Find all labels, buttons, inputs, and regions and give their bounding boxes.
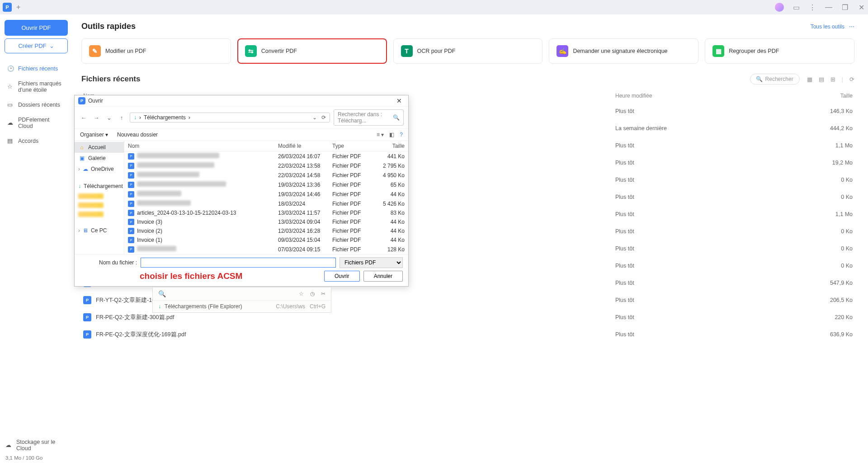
dialog-close-icon[interactable]: ✕: [394, 97, 405, 104]
help-icon[interactable]: ?: [400, 132, 403, 138]
dialog-file-row[interactable]: P Invoice (1) 09/03/2024 15:04 Fichier P…: [124, 235, 408, 245]
nav-back-icon[interactable]: ←: [79, 113, 88, 122]
nav-chevdown-icon[interactable]: ⌄: [104, 113, 113, 122]
edit-icon: ✎: [89, 45, 101, 57]
ds-folder3[interactable]: [75, 210, 124, 219]
pc-icon: 🖥: [82, 227, 89, 234]
dialog-file-row[interactable]: P Invoice (2) 12/03/2024 16:28 Fichier P…: [124, 226, 408, 235]
tool-sign[interactable]: ✍Demander une signature électronique: [549, 38, 698, 64]
sidebar-item-folders[interactable]: ▭Dossiers récents: [5, 98, 68, 112]
dialog-file-row[interactable]: P 18/03/2024 Fichier PDF 5 426 Ko: [124, 199, 408, 208]
dialog-file-row[interactable]: P 22/03/2024 13:58 Fichier PDF 2 795 Ko: [124, 161, 408, 170]
open-pdf-button[interactable]: Ouvrir PDF: [5, 20, 68, 36]
user-avatar[interactable]: [775, 3, 784, 12]
menu-dots-icon[interactable]: ⋮: [808, 3, 816, 11]
ds-onedrive[interactable]: ›☁OneDrive: [75, 164, 124, 174]
quick-tools-title: Outils rapides: [81, 22, 136, 31]
clock-icon: 🕑: [7, 65, 14, 72]
cloud-storage-label[interactable]: ☁Stockage sur le Cloud: [5, 435, 68, 455]
pdf-icon: P: [83, 330, 91, 339]
dialog-title: Ouvrir: [88, 98, 103, 104]
view-grid-icon[interactable]: ▦: [807, 76, 812, 83]
pdf-icon: P: [128, 172, 134, 179]
ds-folder1[interactable]: [75, 192, 124, 201]
notify-icon[interactable]: ▭: [792, 3, 800, 11]
tool-merge[interactable]: ▦Regrouper des PDF: [705, 38, 854, 64]
filename-input[interactable]: [141, 258, 336, 268]
pdf-icon: P: [128, 246, 134, 253]
dialog-open-button[interactable]: Ouvrir: [324, 271, 360, 282]
pdf-icon: P: [128, 163, 134, 169]
tool-ocr[interactable]: TOCR pour PDF: [393, 38, 543, 64]
create-pdf-button[interactable]: Créer PDF⌄: [5, 38, 68, 53]
tools-icon[interactable]: ✂: [321, 291, 326, 297]
annotation-text: choisir les fichiers ACSM: [80, 271, 242, 281]
sidebar-item-cloud[interactable]: ☁PDFelement Cloud: [5, 113, 68, 133]
ds-folder2[interactable]: [75, 201, 124, 210]
dialog-file-row[interactable]: P 07/03/2024 09:15 Fichier PDF 128 Ko: [124, 245, 408, 254]
dialog-app-icon: P: [78, 97, 85, 104]
gallery-icon: ▣: [78, 155, 85, 162]
chevdown-icon[interactable]: ⌄: [312, 114, 317, 121]
more-dots-icon[interactable]: ⋯: [849, 24, 854, 30]
dialog-file-row[interactable]: P 19/03/2024 14:46 Fichier PDF 44 Ko: [124, 189, 408, 199]
close-window-icon[interactable]: ✕: [857, 3, 865, 11]
dialog-file-row[interactable]: P 19/03/2024 13:36 Fichier PDF 65 Ko: [124, 180, 408, 189]
minimize-icon[interactable]: —: [825, 3, 833, 11]
sort-icon[interactable]: ⊞: [830, 76, 835, 83]
dialog-file-row[interactable]: P Invoice (3) 13/03/2024 09:04 Fichier P…: [124, 217, 408, 226]
file-row[interactable]: P FR-PE-Q2-文章深度优化-169篇.pdf Plus tôt 636,…: [81, 326, 854, 343]
search-icon: 🔍: [756, 76, 763, 82]
storage-quota: 3,1 Mo / 100 Go: [5, 455, 68, 461]
filetype-select[interactable]: Fichiers PDF: [340, 257, 403, 268]
search-input[interactable]: 🔍Rechercher: [750, 74, 800, 85]
star-icon[interactable]: ☆: [299, 291, 304, 297]
new-tab-plus[interactable]: +: [16, 3, 20, 11]
merge-icon: ▦: [712, 45, 724, 57]
chevron-down-icon: ⌄: [49, 42, 54, 49]
nav-fwd-icon[interactable]: →: [92, 113, 101, 122]
all-tools-link[interactable]: Tous les outils: [811, 24, 844, 30]
pdf-icon: P: [128, 201, 134, 207]
ds-thispc[interactable]: ›🖥Ce PC: [75, 225, 124, 236]
dialog-file-row[interactable]: P 22/03/2024 14:58 Fichier PDF 4 950 Ko: [124, 170, 408, 180]
dialog-search[interactable]: Rechercher dans : Télécharg...🔍: [334, 109, 404, 126]
clock-icon[interactable]: ◷: [310, 291, 315, 297]
dialog-files-header: Nom Modifié le Type Taille: [124, 141, 408, 151]
sidebar-item-recent[interactable]: 🕑Fichiers récents: [5, 61, 68, 76]
filename-label: Nom du fichier :: [80, 259, 137, 266]
maximize-icon[interactable]: ❐: [841, 3, 849, 11]
download-icon: ↓: [158, 303, 161, 310]
nav-up-icon[interactable]: ↑: [117, 113, 126, 122]
address-bar[interactable]: ↓ › Téléchargements › ⌄⟳: [130, 113, 330, 122]
pdf-icon: P: [83, 296, 91, 304]
organize-menu[interactable]: Organiser ▾: [80, 132, 108, 138]
pdf-icon: P: [128, 219, 134, 225]
view-list-icon[interactable]: ▤: [819, 76, 824, 83]
new-folder-button[interactable]: Nouveau dossier: [117, 132, 158, 138]
helper-strip: 🔍 ☆ ◷ ✂ ↓Téléchargements (File Explorer)…: [152, 287, 331, 313]
cloud-icon: ☁: [5, 442, 13, 449]
tool-edit[interactable]: ✎Modifier un PDF: [81, 38, 231, 64]
refresh-address-icon[interactable]: ⟳: [321, 114, 326, 121]
ds-home[interactable]: ⌂Accueil: [75, 142, 124, 153]
app-icon: P: [3, 3, 12, 12]
download-icon: ↓: [134, 114, 137, 121]
refresh-icon[interactable]: ⟳: [849, 76, 854, 83]
sidebar-item-starred[interactable]: ☆Fichiers marqués d'une étoile: [5, 77, 68, 97]
sidebar: Ouvrir PDF Créer PDF⌄ 🕑Fichiers récents …: [0, 14, 72, 466]
pdf-icon: P: [128, 237, 134, 243]
titlebar: P + ▭ ⋮ — ❐ ✕: [0, 0, 868, 14]
view-menu-icon[interactable]: ≡ ▾: [377, 132, 384, 138]
dialog-file-row[interactable]: P articles_2024-03-13-10-15-212024-03-13…: [124, 208, 408, 217]
sidebar-item-agreements[interactable]: ▤Accords: [5, 134, 68, 148]
ds-downloads[interactable]: ↓Téléchargement: [75, 181, 124, 192]
dialog-file-row[interactable]: P 26/03/2024 16:07 Fichier PDF 441 Ko: [124, 151, 408, 161]
ds-gallery[interactable]: ▣Galerie: [75, 153, 124, 164]
home-icon: ⌂: [78, 144, 85, 151]
preview-icon[interactable]: ◧: [389, 132, 394, 138]
folder-icon: ▭: [7, 101, 14, 108]
onedrive-icon: ☁: [82, 165, 89, 173]
tool-convert[interactable]: ⇆Convertir PDF: [237, 38, 387, 64]
dialog-cancel-button[interactable]: Annuler: [363, 271, 403, 282]
